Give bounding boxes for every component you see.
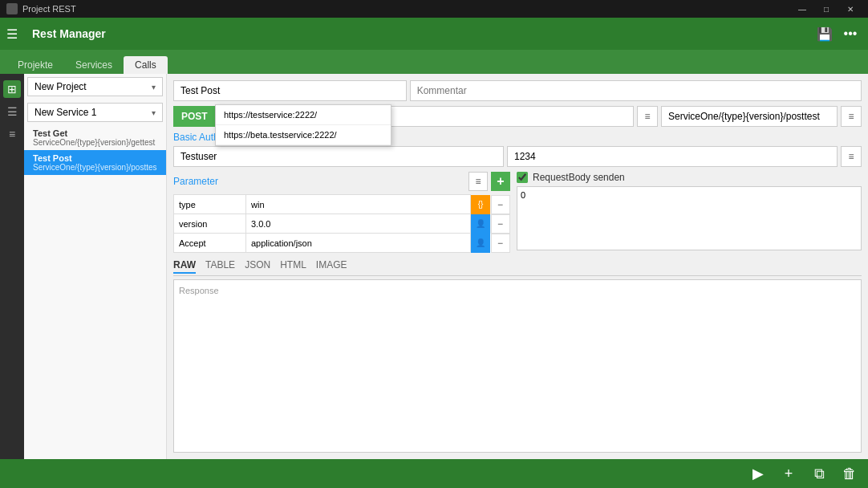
response-tabs: RAW TABLE JSON HTML IMAGE: [173, 258, 862, 276]
params-header: Parameter ≡ +: [173, 172, 510, 191]
param-type-btn-2[interactable]: 👤: [471, 234, 490, 253]
copy-button[interactable]: ⧉: [807, 462, 831, 486]
project-dropdown[interactable]: New Project ▾: [27, 77, 163, 96]
tab-table[interactable]: TABLE: [205, 258, 235, 274]
tab-calls[interactable]: Calls: [124, 56, 168, 74]
endpoint-input[interactable]: [661, 106, 838, 127]
method-button[interactable]: POST: [173, 106, 216, 127]
send-body-checkbox[interactable]: [517, 172, 528, 183]
grid-icon[interactable]: ⊞: [3, 80, 21, 98]
nav-tabs: Projekte Services Calls: [0, 50, 868, 74]
sidebar-item-test-post-name: Test Post: [33, 153, 160, 163]
app-icon: [6, 3, 18, 14]
list-icon[interactable]: ☰: [3, 103, 21, 120]
tab-image[interactable]: IMAGE: [316, 258, 347, 274]
param-value-1[interactable]: [246, 214, 470, 233]
params-label: Parameter: [173, 176, 465, 187]
bottom-toolbar: ▶ + ⧉ 🗑: [0, 459, 868, 488]
param-remove-btn-2[interactable]: −: [491, 234, 510, 253]
param-remove-btn-1[interactable]: −: [491, 214, 510, 234]
menu-icon[interactable]: ≡: [3, 125, 21, 143]
project-dropdown-label: New Project: [34, 81, 87, 92]
content-area: https://testservice:2222/ https://beta.t…: [167, 74, 868, 459]
sidebar-item-test-get-name: Test Get: [33, 128, 160, 138]
play-button[interactable]: ▶: [746, 462, 770, 486]
table-row: 👤 −: [174, 234, 510, 253]
url-suggestions-popup: https://testservice:2222/ https://beta.t…: [215, 104, 391, 146]
param-value-0[interactable]: [246, 195, 470, 214]
password-input[interactable]: [507, 146, 838, 167]
params-add-button[interactable]: +: [491, 172, 510, 191]
param-type-btn-0[interactable]: {}: [471, 195, 490, 214]
request-name-row: [173, 80, 862, 101]
minimize-button[interactable]: —: [791, 0, 813, 18]
app-title: Rest Manager: [32, 27, 807, 40]
add-button[interactable]: +: [777, 462, 801, 486]
hamburger-icon[interactable]: ☰: [6, 26, 26, 42]
request-body-section: RequestBody senden 0: [517, 172, 862, 253]
url-suggestion-1[interactable]: https://testservice:2222/: [216, 105, 391, 125]
username-input[interactable]: [173, 146, 504, 167]
main-toolbar: ☰ Rest Manager 💾 •••: [0, 18, 868, 50]
request-body-label: RequestBody senden: [533, 172, 625, 183]
param-key-0[interactable]: [174, 195, 245, 214]
param-type-btn-1[interactable]: 👤: [471, 214, 490, 234]
service-dropdown-label: New Service 1: [34, 107, 96, 118]
title-bar-text: Project REST: [22, 4, 76, 14]
response-area: Response: [173, 279, 862, 453]
delete-button[interactable]: 🗑: [838, 462, 862, 486]
main-layout: ⊞ ☰ ≡ New Project ▾ New Service 1 ▾ Test…: [0, 74, 868, 459]
params-left: Parameter ≡ + {} −: [173, 172, 510, 253]
param-key-2[interactable]: [174, 234, 245, 252]
comment-input[interactable]: [410, 80, 862, 101]
title-bar-controls: — □ ✕: [791, 0, 862, 18]
params-section: Parameter ≡ + {} −: [173, 172, 862, 253]
tab-projekte[interactable]: Projekte: [6, 56, 64, 74]
tab-raw[interactable]: RAW: [173, 258, 196, 274]
sidebar-item-test-post[interactable]: Test Post ServiceOne/{type}{version}/pos…: [24, 150, 166, 175]
sidebar-item-test-post-path: ServiceOne/{type}{version}/posttes: [33, 163, 160, 172]
auth-row: ≡: [173, 146, 862, 167]
save-button[interactable]: 💾: [813, 22, 836, 45]
param-remove-btn-0[interactable]: −: [491, 195, 510, 214]
close-button[interactable]: ✕: [839, 0, 862, 18]
param-value-2[interactable]: [246, 234, 470, 252]
tab-services[interactable]: Services: [64, 56, 124, 74]
sidebar-item-test-get-path: ServiceOne/{type}{version}/gettest: [33, 138, 160, 147]
sidebar-item-test-get[interactable]: Test Get ServiceOne/{type}{version}/gett…: [24, 125, 166, 150]
table-row: 👤 −: [174, 214, 510, 234]
auth-settings-button[interactable]: ≡: [841, 146, 862, 167]
service-dropdown-chevron: ▾: [152, 108, 156, 117]
url-list-button[interactable]: ≡: [637, 106, 658, 127]
tab-json[interactable]: JSON: [245, 258, 270, 274]
request-name-input[interactable]: [173, 80, 407, 101]
title-bar: Project REST — □ ✕: [0, 0, 868, 18]
table-row: {} −: [174, 195, 510, 214]
params-table: {} − 👤: [173, 194, 510, 253]
sidebar-icons: ⊞ ☰ ≡: [0, 74, 24, 459]
request-body-header: RequestBody senden: [517, 172, 862, 183]
params-list-button[interactable]: ≡: [468, 172, 488, 191]
request-body-textarea[interactable]: 0: [517, 186, 862, 250]
endpoint-list-button[interactable]: ≡: [841, 106, 862, 127]
url-suggestion-2[interactable]: https://beta.testservice:2222/: [216, 125, 391, 145]
maximize-button[interactable]: □: [815, 0, 838, 18]
more-button[interactable]: •••: [839, 22, 862, 45]
sidebar: New Project ▾ New Service 1 ▾ Test Get S…: [24, 74, 167, 459]
response-placeholder: Response: [179, 286, 219, 295]
tab-html[interactable]: HTML: [280, 258, 306, 274]
param-key-1[interactable]: [174, 214, 245, 233]
service-dropdown[interactable]: New Service 1 ▾: [27, 103, 163, 122]
project-dropdown-chevron: ▾: [152, 83, 156, 92]
